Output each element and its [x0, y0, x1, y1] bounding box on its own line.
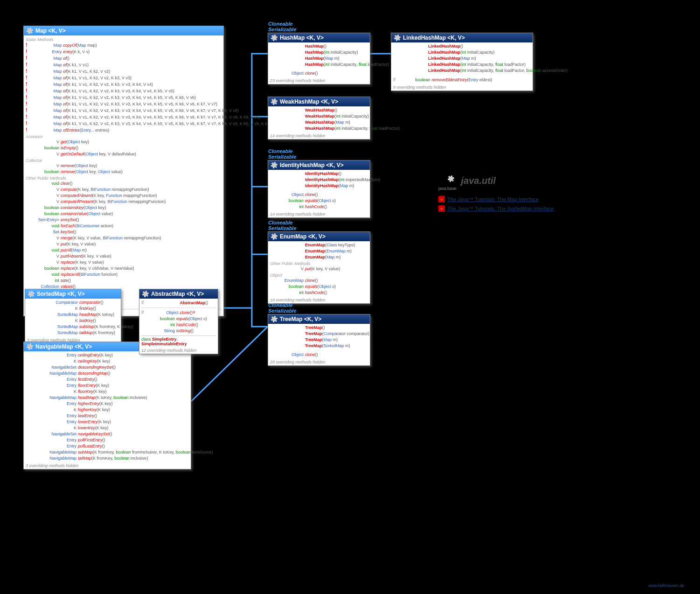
method-row: Objectclone () — [270, 352, 368, 358]
method-row: Vget (Object key) — [26, 139, 222, 145]
identityhashmap-box: IdentityHashMap <K, V> IdentityHashMap (… — [268, 160, 370, 218]
method-row: ! Mapof (K k1, V v1, K k2, V v2, K k3, V… — [26, 101, 222, 107]
hashmap-implements: CloneableSerializable — [268, 21, 297, 32]
identityhashmap-implements: CloneableSerializable — [268, 148, 297, 160]
method-row: booleanequals (Object o) — [270, 198, 368, 204]
hidden-note: 23 overriding methods hidden — [268, 77, 370, 84]
tutorial-link-sortedmap[interactable]: ○The Java™ Tutorials: The SortedMap Inte… — [438, 205, 554, 212]
method-row: StringtoString () — [141, 328, 216, 334]
method-row: TreeMap (Comparator comparator) — [270, 331, 368, 337]
method-row: KceilingKey (K key) — [26, 358, 189, 364]
method-row: voidputAll (Map m) — [26, 247, 222, 253]
method-row: KfirstKey () — [27, 306, 119, 312]
method-row: KlastKey () — [27, 318, 119, 324]
method-row: NavigableMapsubMap (K fromKey, boolean f… — [26, 449, 189, 455]
enummap-implements: CloneableSerializable — [268, 220, 297, 231]
method-row: HashMap (int initialCapacity, float load… — [270, 62, 368, 68]
method-row: SortedMaptailMap (K fromKey) — [27, 330, 119, 336]
method-row: booleanequals (Object o) — [270, 284, 368, 290]
method-row: ! Mapof (K k1, V v1) — [26, 62, 222, 68]
method-row: ! Mapof (K k1, V v1, K k2, V v2, K k3, V… — [26, 88, 222, 94]
linkedhashmap-header: LinkedHashMap <K, V> — [391, 33, 533, 42]
weakhashmap-box: WeakHashMap <K, V> WeakHashMap ()WeakHas… — [268, 97, 370, 140]
gear-icon — [271, 98, 277, 105]
hidden-note: 9 overriding methods hidden — [391, 84, 533, 91]
method-row: VcomputeIfPresent (K key, BiFunction rem… — [26, 199, 222, 205]
method-row: WeakHashMap (int initialCapacity) — [270, 113, 368, 119]
hidden-note: 12 overriding methods hidden — [139, 347, 218, 354]
method-row: EntryfloorEntry (K key) — [26, 383, 189, 389]
method-row: inthashCode () — [141, 322, 216, 328]
method-row: ! MapofEntries (Entry... entries) — [26, 127, 222, 133]
method-row: SetkeySet () — [26, 229, 222, 235]
package-name: java.util — [448, 175, 496, 186]
method-row: KlowerKey (K key) — [26, 425, 189, 431]
method-row: HashMap (Map m) — [270, 56, 368, 62]
method-row: Comparatorcomparator () — [27, 300, 119, 306]
hidden-note: 29 overriding methods hidden — [268, 359, 370, 365]
method-row: WeakHashMap (Map m) — [270, 119, 368, 126]
method-row: booleanequals (Object o) — [141, 316, 216, 322]
method-row: voidclear () — [26, 181, 222, 187]
method-row: inthashCode () — [270, 204, 368, 210]
sortedmap-header: SortedMap <K, V> — [25, 289, 121, 299]
method-row: LinkedHashMap (Map m) — [393, 56, 531, 62]
method-row: WeakHashMap () — [270, 107, 368, 113]
hashmap-box: HashMap <K, V> HashMap ()HashMap (int in… — [268, 33, 370, 84]
navigablemap-box: NavigableMap <K, V> EntryceilingEntry (K… — [23, 342, 191, 469]
method-row: Objectclone () — [270, 70, 368, 77]
weakhashmap-header: WeakHashMap <K, V> — [268, 97, 370, 106]
gear-icon — [28, 291, 35, 297]
method-row: KhigherKey (K key) — [26, 407, 189, 413]
method-row: #AbstractMap () — [141, 300, 216, 306]
enummap-box: EnumMap <K, V> EnumMap (Class keyType)En… — [268, 231, 370, 304]
method-row: EntrylastEntry () — [26, 413, 189, 419]
method-row: ! Mapof (K k1, V v1, K k2, V v2, K k3, V… — [26, 120, 222, 127]
hidden-note: 14 overriding methods hidden — [268, 133, 370, 139]
method-row: LinkedHashMap (int initialCapacity) — [393, 49, 531, 56]
gear-icon — [271, 162, 277, 168]
method-row: intsize () — [26, 278, 222, 284]
method-row: booleanreplace (K key, V oldValue, V new… — [26, 266, 222, 272]
enummap-header: EnumMap <K, V> — [268, 232, 370, 241]
gear-icon — [271, 233, 277, 240]
method-row: NavigableSetdescendingKeySet () — [26, 364, 189, 370]
sortedmap-box: SortedMap <K, V> Comparatorcomparator ()… — [25, 289, 121, 344]
method-row: booleanisEmpty () — [26, 145, 222, 151]
method-row: VcomputeIfAbsent (K key, Function mappin… — [26, 193, 222, 199]
gear-icon — [448, 175, 456, 184]
method-row: Set<Entry>entrySet () — [26, 217, 222, 223]
method-row: EntryhigherEntry (K key) — [26, 401, 189, 407]
method-row: NavigableSetnavigableKeySet () — [26, 431, 189, 437]
method-row: VgetOrDefault (Object key, V defaultValu… — [26, 151, 222, 157]
oracle-icon: ○ — [438, 196, 445, 203]
method-row: ! Entryentry (K k, V v) — [26, 49, 222, 55]
method-row: #booleanremoveEldestEntry (Entry eldest) — [393, 77, 531, 83]
tutorial-link-map[interactable]: ○The Java™ Tutorials: The Map Interface — [438, 196, 539, 203]
method-row: KfloorKey (K key) — [26, 389, 189, 395]
method-row: ! Mapof (K k1, V v1, K k2, V v2) — [26, 68, 222, 75]
method-row: ! Mapof () — [26, 55, 222, 62]
method-row: NavigableMapdescendingMap () — [26, 370, 189, 377]
method-row: TreeMap (SortedMap m) — [270, 343, 368, 349]
method-row: ! Mapof (K k1, V v1, K k2, V v2, K k3, V… — [26, 94, 222, 101]
footer-credit: www.falkhausen.de — [648, 583, 685, 588]
gear-icon — [271, 35, 277, 41]
map-header: Map <K, V> — [24, 26, 223, 35]
method-row: Vremove (Object key) — [26, 163, 222, 169]
hidden-note: 14 overriding methods hidden — [268, 211, 370, 217]
method-row: EnumMap (Class keyType) — [270, 242, 368, 248]
treemap-box: TreeMap <K, V> TreeMap ()TreeMap (Compar… — [268, 314, 370, 366]
method-row: #Objectclone () × — [141, 309, 216, 316]
identityhashmap-header: IdentityHashMap <K, V> — [268, 161, 370, 170]
method-row: ! MapcopyOf (Map map) — [26, 42, 222, 49]
treemap-implements: CloneableSerializable — [268, 302, 297, 314]
map-box: Map <K, V> Static Methods! MapcopyOf (Ma… — [23, 26, 224, 316]
method-row: SortedMapsubMap (K fromKey, K toKey) — [27, 324, 119, 330]
method-row: NavigableMapheadMap (K toKey, boolean in… — [26, 395, 189, 401]
method-row: EnumMap (EnumMap m) — [270, 248, 368, 254]
method-row: EnumMap (Map m) — [270, 254, 368, 260]
method-row: ! Mapof (K k1, V v1, K k2, V v2, K k3, V… — [26, 107, 222, 114]
hidden-note: 3 overriding methods hidden — [24, 462, 191, 469]
gear-icon — [142, 291, 149, 297]
